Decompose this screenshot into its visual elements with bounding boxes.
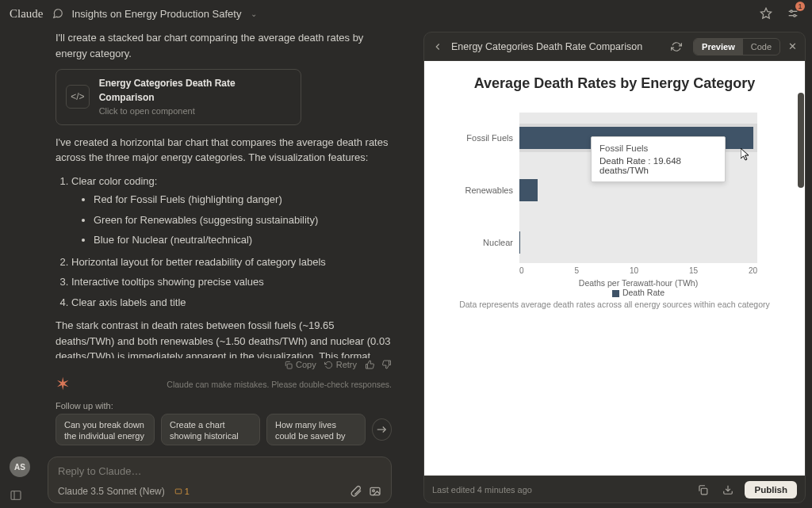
model-selector[interactable]: Claude 3.5 Sonnet (New) [58, 486, 165, 497]
copy-button[interactable]: Copy [284, 360, 316, 369]
retry-button[interactable]: Retry [324, 360, 357, 369]
svg-point-8 [373, 490, 375, 492]
artifact-card-sub: Click to open component [99, 105, 291, 118]
user-avatar: AS [10, 456, 30, 477]
conversation-title[interactable]: Insights on Energy Production Safety [72, 8, 242, 20]
chart-tooltip: Fossil Fuels Death Rate : 19.648 deaths/… [591, 136, 726, 182]
follow-up-label: Follow up with: [0, 396, 420, 414]
view-toggle: Preview Code [693, 38, 780, 55]
topbar: Claude Insights on Energy Production Saf… [0, 0, 812, 27]
artifact-header: Energy Categories Death Rate Comparison … [424, 32, 805, 61]
list-item: Clear axis labels and title [71, 295, 392, 311]
message-actions: Copy Retry [0, 358, 420, 372]
chat-icon [52, 7, 64, 20]
preview-tab[interactable]: Preview [694, 39, 743, 55]
svg-rect-6 [175, 489, 182, 494]
star-button[interactable] [756, 4, 776, 23]
svg-rect-5 [287, 364, 292, 369]
artifact-preview: Average Death Rates by Energy Category F… [424, 61, 805, 476]
brand-logo: Claude [10, 7, 44, 21]
svg-rect-9 [11, 491, 21, 500]
svg-point-4 [794, 14, 796, 17]
publish-button[interactable]: Publish [745, 481, 797, 498]
reply-input[interactable]: Reply to Claude… Claude 3.5 Sonnet (New)… [48, 456, 392, 503]
collapse-sidebar-button[interactable] [10, 489, 22, 502]
thumbs-up-button[interactable] [365, 360, 374, 369]
artifact-card[interactable]: </> Energy Categories Death Rate Compari… [56, 69, 301, 125]
message-body: I'll create a stacked bar chart comparin… [0, 27, 420, 358]
suggestion-chip[interactable]: Can you break down the individual energy… [56, 414, 155, 445]
image-button[interactable] [369, 485, 381, 498]
chart-x-ticks: 0 5 10 15 20 [519, 266, 757, 275]
refresh-button[interactable] [668, 38, 685, 55]
suggestion-chips: Can you break down the individual energy… [0, 414, 420, 452]
chevron-down-icon[interactable]: ⌄ [251, 10, 257, 18]
list-item: Clear color coding: Red for Fossil Fuels… [71, 174, 392, 248]
list-item: Red for Fossil Fuels (highlighting dange… [94, 192, 392, 208]
thumbs-down-button[interactable] [382, 360, 392, 369]
assistant-text: I'll create a stacked bar chart comparin… [56, 30, 392, 61]
settings-button[interactable]: 1 [783, 4, 802, 23]
assistant-text: The stark contrast in death rates betwee… [56, 318, 392, 358]
suggestion-chip[interactable]: How many lives could be saved by transit… [266, 414, 366, 445]
claude-starburst-icon: ✶ [56, 374, 70, 395]
settings-badge: 1 [795, 2, 805, 11]
code-icon: </> [66, 85, 90, 109]
assistant-text: I've created a horizontal bar chart that… [56, 135, 392, 166]
attachment-count[interactable]: 1 [174, 487, 190, 496]
copy-artifact-button[interactable] [694, 484, 711, 495]
chart[interactable]: Fossil Fuels Renewables Nuclear 0 5 [456, 105, 773, 287]
close-button[interactable]: ✕ [788, 40, 797, 52]
artifact-card-title: Energy Categories Death Rate Comparison [99, 76, 291, 105]
more-suggestions-button[interactable] [372, 418, 392, 441]
download-artifact-button[interactable] [719, 484, 737, 495]
last-edited-text: Last edited 4 minutes ago [432, 485, 686, 495]
reply-placeholder: Reply to Claude… [58, 465, 381, 477]
list-item: Blue for Nuclear (neutral/technical) [94, 232, 392, 248]
list-item: Green for Renewables (suggesting sustain… [94, 212, 392, 228]
chart-title: Average Death Rates by Energy Category [474, 75, 755, 92]
list-item: Horizontal layout for better readability… [71, 254, 392, 270]
scrollbar[interactable] [798, 93, 804, 444]
attach-button[interactable] [350, 485, 362, 498]
conversation-pane: I'll create a stacked bar chart comparin… [0, 27, 420, 508]
artifact-pane: Energy Categories Death Rate Comparison … [420, 27, 812, 508]
back-button[interactable] [432, 41, 443, 52]
svg-marker-0 [760, 8, 771, 18]
suggestion-chip[interactable]: Create a chart showing historical energy… [161, 414, 260, 445]
chart-legend: Death Rate [519, 288, 757, 297]
chart-x-label: Deaths per Terawatt-hour (TWh) [519, 278, 757, 288]
chart-bar[interactable] [519, 179, 538, 201]
artifact-footer: Last edited 4 minutes ago Publish [424, 476, 805, 502]
list-item: Interactive tooltips showing precise val… [71, 274, 392, 290]
svg-point-3 [791, 10, 793, 13]
svg-rect-11 [702, 488, 708, 495]
disclaimer-text: Claude can make mistakes. Please double-… [70, 380, 392, 389]
chart-y-labels: Fossil Fuels Renewables Nuclear [456, 113, 516, 263]
chart-plot-area [519, 113, 757, 263]
chart-footer: Data represents average death rates acro… [459, 300, 770, 309]
artifact-title: Energy Categories Death Rate Comparison [451, 41, 660, 52]
code-tab[interactable]: Code [743, 39, 779, 55]
